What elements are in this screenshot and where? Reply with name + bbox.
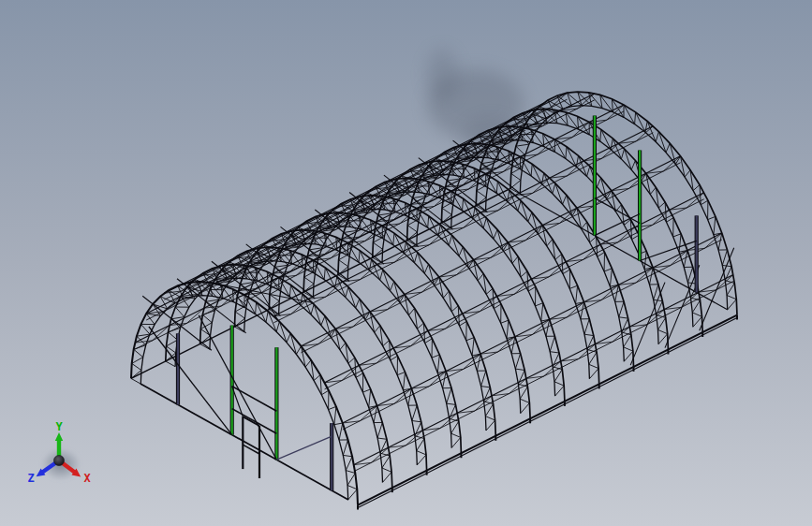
triad-origin-ball[interactable] [54, 456, 65, 466]
cad-viewport[interactable]: YZX [0, 0, 812, 526]
model-canvas[interactable]: YZX [0, 0, 812, 526]
viewport-background [0, 0, 812, 526]
axis-label-z: Z [27, 472, 34, 485]
smoke-blob [426, 49, 458, 101]
axis-label-y: Y [55, 420, 63, 433]
axis-label-x: X [83, 472, 91, 485]
